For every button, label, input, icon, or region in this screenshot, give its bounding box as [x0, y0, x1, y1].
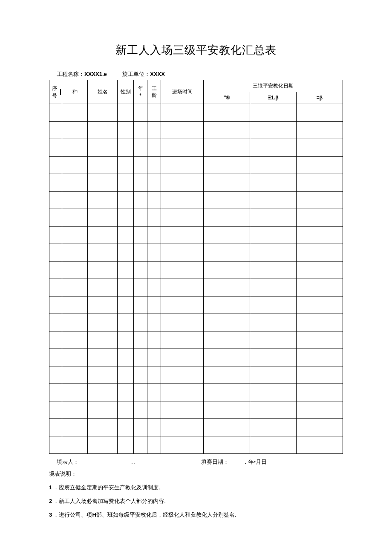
table-cell [62, 366, 88, 384]
table-row [49, 349, 343, 366]
col-seq: 序号 [49, 80, 62, 104]
table-cell [161, 384, 204, 401]
table-cell [49, 244, 62, 262]
table-cell [161, 436, 204, 454]
header-info: 工程名稼：XXXX1.e 旋工单位：XXXX [49, 70, 343, 78]
table-cell [297, 401, 343, 419]
table-cell [161, 192, 204, 209]
table-cell [118, 227, 134, 244]
table-row [49, 401, 343, 419]
table-cell [204, 139, 250, 157]
table-cell [297, 366, 343, 384]
table-cell [161, 401, 204, 419]
table-cell [297, 192, 343, 209]
table-cell [147, 157, 161, 174]
table-cell [147, 262, 161, 279]
table-cell [88, 192, 118, 209]
table-cell [88, 436, 118, 454]
table-cell [88, 366, 118, 384]
table-cell [161, 314, 204, 331]
table-cell [250, 227, 297, 244]
table-cell [62, 419, 88, 436]
page-title: 新工人入场三级平安教化汇总表 [49, 43, 343, 58]
table-row [49, 314, 343, 331]
table-cell [250, 192, 297, 209]
table-cell [297, 262, 343, 279]
table-cell [297, 139, 343, 157]
table-cell [204, 122, 250, 139]
table-cell [49, 314, 62, 331]
table-cell [88, 401, 118, 419]
table-cell [147, 419, 161, 436]
table-cell [204, 314, 250, 331]
table-cell [62, 174, 88, 192]
table-cell [161, 209, 204, 227]
table-cell [88, 419, 118, 436]
table-row [49, 227, 343, 244]
table-cell [118, 401, 134, 419]
table-cell [62, 244, 88, 262]
table-cell [118, 209, 134, 227]
table-cell [118, 384, 134, 401]
table-cell [147, 227, 161, 244]
table-cell [118, 419, 134, 436]
table-cell [62, 436, 88, 454]
unit-value: XXXX [150, 71, 165, 77]
table-cell [204, 401, 250, 419]
table-cell [118, 314, 134, 331]
table-cell [250, 139, 297, 157]
col-level3: =β [297, 92, 343, 104]
table-cell [161, 262, 204, 279]
table-cell [161, 279, 204, 296]
table-cell [297, 419, 343, 436]
col-level2: Ξ1.β [250, 92, 297, 104]
table-cell [250, 174, 297, 192]
mark-icon [60, 89, 61, 95]
table-cell [147, 331, 161, 349]
table-cell [161, 157, 204, 174]
table-cell [118, 262, 134, 279]
table-cell [250, 384, 297, 401]
table-row [49, 419, 343, 436]
table-cell [49, 296, 62, 314]
table-cell [250, 419, 297, 436]
table-cell [118, 366, 134, 384]
table-cell [88, 174, 118, 192]
table-cell [161, 419, 204, 436]
table-row [49, 366, 343, 384]
table-cell [147, 366, 161, 384]
table-cell [147, 436, 161, 454]
table-cell [161, 122, 204, 139]
project-label: 工程名稼： [57, 71, 84, 77]
col-level1: "® [204, 92, 250, 104]
table-row [49, 192, 343, 209]
table-row [49, 279, 343, 296]
table-cell [62, 279, 88, 296]
table-cell [161, 331, 204, 349]
table-cell [204, 436, 250, 454]
table-cell [118, 331, 134, 349]
table-cell [147, 104, 161, 122]
table-cell [62, 296, 88, 314]
table-body [49, 104, 343, 454]
table-cell [250, 349, 297, 366]
table-cell [49, 174, 62, 192]
note-item: 3 ．进行公司、项H部、班如每级平安枚化后，经极化人和殳教化人分别签名. [49, 511, 343, 519]
table-cell [118, 122, 134, 139]
table-cell [134, 122, 147, 139]
table-cell [62, 314, 88, 331]
table-cell [147, 192, 161, 209]
table-cell [49, 366, 62, 384]
table-cell [134, 296, 147, 314]
table-cell [134, 279, 147, 296]
col-age: 年* [134, 80, 147, 104]
table-cell [49, 227, 62, 244]
table-cell [297, 384, 343, 401]
table-cell [88, 104, 118, 122]
note-item: 2 ．新工人入场必禽加写赞化表个人部分的内容. [49, 497, 343, 505]
table-cell [147, 296, 161, 314]
table-cell [49, 349, 62, 366]
table-cell [250, 244, 297, 262]
table-cell [49, 401, 62, 419]
table-cell [134, 349, 147, 366]
